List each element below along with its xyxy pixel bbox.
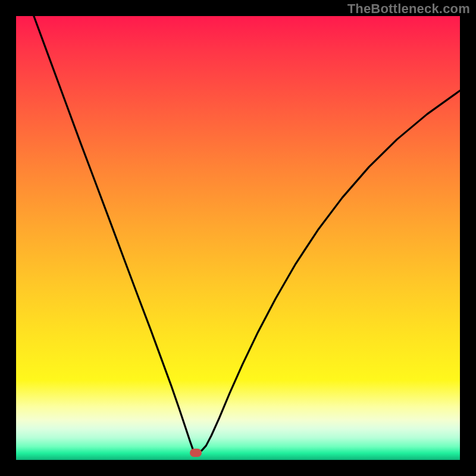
plot-area: [16, 16, 460, 460]
optimal-point-marker: [190, 449, 202, 457]
watermark-text: TheBottleneck.com: [347, 1, 470, 17]
bottleneck-curve: [34, 16, 460, 452]
chart-frame: TheBottleneck.com: [0, 0, 476, 476]
curve-svg: [16, 16, 460, 460]
